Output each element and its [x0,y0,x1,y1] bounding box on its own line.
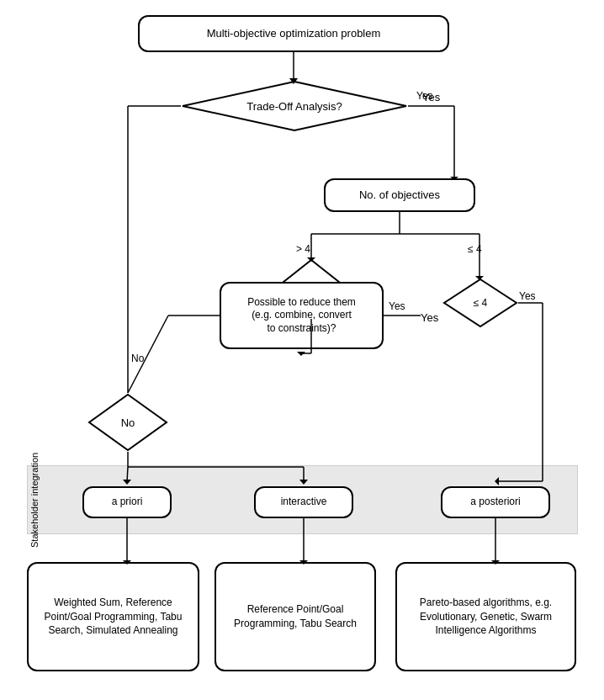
interactive-label: interactive [281,496,327,509]
svg-text:Yes: Yes [389,300,405,312]
middle-result-label: Reference Point/Goal Programming, Tabu S… [223,602,368,631]
right-result-label: Pareto-based algorithms, e.g. Evolutiona… [404,596,568,638]
possible-reduce-label: Possible to reduce them (e.g. combine, c… [247,296,356,336]
svg-text:No: No [131,353,145,364]
left-result-label: Weighted Sum, Reference Point/Goal Progr… [35,596,191,638]
aposteriori-box: a posteriori [441,486,550,518]
no-container: No [87,393,168,452]
svg-text:≤ 4: ≤ 4 [468,243,482,255]
apriori-label: a priori [112,496,143,509]
lte4-label: ≤ 4 [474,297,488,309]
yes1-label: Yes [422,91,440,103]
start-label: Multi-objective optimization problem [207,27,381,41]
svg-text:> 4: > 4 [296,243,310,255]
stakeholder-label: Stakeholder integration [29,471,40,528]
objectives-label: No. of objectives [359,188,440,203]
middle-result-box: Reference Point/Goal Programming, Tabu S… [215,562,376,671]
tradeoff-label: Trade-Off Analysis? [246,100,342,113]
interactive-box: interactive [254,486,353,518]
svg-marker-54 [297,352,305,356]
lte4-container: ≤ 4 [442,278,518,328]
svg-text:Yes: Yes [519,290,536,302]
aposteriori-label: a posteriori [470,496,520,509]
flowchart: Multi-objective optimization problem Tra… [0,0,604,700]
left-result-box: Weighted Sum, Reference Point/Goal Progr… [27,562,199,671]
right-result-box: Pareto-based algorithms, e.g. Evolutiona… [395,562,576,671]
svg-line-61 [128,316,168,393]
start-box: Multi-objective optimization problem [138,15,449,52]
apriori-box: a priori [82,486,172,518]
no-of-objectives-box: No. of objectives [324,178,475,212]
yes2-label: Yes [421,311,438,324]
no-label: No [121,416,135,429]
possible-reduce-box: Possible to reduce them (e.g. combine, c… [220,282,384,349]
